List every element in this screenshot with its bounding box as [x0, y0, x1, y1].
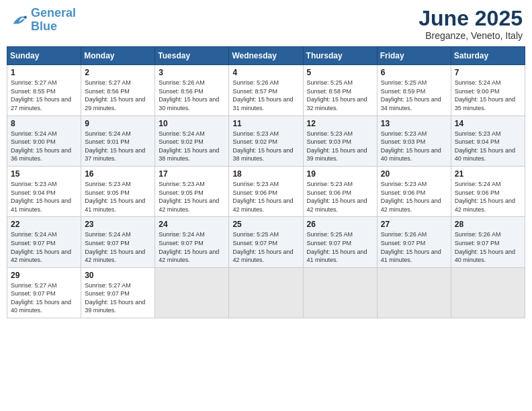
- day-info: Sunrise: 5:25 AM Sunset: 8:58 PM Dayligh…: [307, 79, 373, 112]
- col-monday: Monday: [81, 47, 155, 65]
- day-info: Sunrise: 5:23 AM Sunset: 9:03 PM Dayligh…: [307, 130, 373, 163]
- empty-cell: [451, 267, 525, 318]
- table-row: 27 Sunrise: 5:26 AM Sunset: 9:07 PM Dayl…: [377, 217, 451, 267]
- day-number: 21: [455, 169, 521, 179]
- day-info: Sunrise: 5:26 AM Sunset: 9:07 PM Dayligh…: [381, 230, 447, 264]
- day-number: 18: [232, 169, 299, 179]
- day-number: 5: [307, 68, 373, 77]
- empty-cell: [155, 267, 229, 318]
- day-info: Sunrise: 5:24 AM Sunset: 9:00 PM Dayligh…: [11, 130, 77, 163]
- day-number: 7: [455, 68, 521, 77]
- table-row: 30 Sunrise: 5:27 AM Sunset: 9:07 PM Dayl…: [81, 267, 155, 318]
- logo: General Blue: [9, 7, 76, 34]
- day-number: 9: [85, 119, 151, 128]
- day-info: Sunrise: 5:27 AM Sunset: 8:56 PM Dayligh…: [85, 79, 151, 112]
- empty-cell: [303, 267, 377, 318]
- logo-icon: [9, 11, 28, 30]
- table-row: 6 Sunrise: 5:25 AM Sunset: 8:59 PM Dayli…: [377, 65, 451, 116]
- logo-text2: Blue: [31, 20, 76, 34]
- day-info: Sunrise: 5:25 AM Sunset: 9:07 PM Dayligh…: [307, 230, 373, 264]
- day-info: Sunrise: 5:25 AM Sunset: 9:07 PM Dayligh…: [232, 230, 299, 264]
- day-info: Sunrise: 5:24 AM Sunset: 9:06 PM Dayligh…: [455, 180, 521, 214]
- calendar-row: 15 Sunrise: 5:23 AM Sunset: 9:04 PM Dayl…: [7, 166, 525, 216]
- day-info: Sunrise: 5:23 AM Sunset: 9:04 PM Dayligh…: [455, 130, 521, 163]
- day-info: Sunrise: 5:23 AM Sunset: 9:06 PM Dayligh…: [381, 180, 447, 214]
- day-number: 1: [11, 68, 77, 77]
- table-row: 28 Sunrise: 5:26 AM Sunset: 9:07 PM Dayl…: [451, 217, 525, 267]
- col-saturday: Saturday: [451, 47, 525, 65]
- day-number: 3: [159, 68, 225, 77]
- day-number: 28: [455, 220, 521, 229]
- calendar-row: 8 Sunrise: 5:24 AM Sunset: 9:00 PM Dayli…: [7, 116, 525, 166]
- table-row: 23 Sunrise: 5:24 AM Sunset: 9:07 PM Dayl…: [81, 217, 155, 267]
- day-number: 22: [11, 220, 77, 229]
- day-info: Sunrise: 5:27 AM Sunset: 9:07 PM Dayligh…: [11, 281, 77, 315]
- table-row: 20 Sunrise: 5:23 AM Sunset: 9:06 PM Dayl…: [377, 166, 451, 216]
- day-number: 30: [85, 271, 151, 280]
- table-row: 7 Sunrise: 5:24 AM Sunset: 9:00 PM Dayli…: [451, 65, 525, 116]
- calendar-table: Sunday Monday Tuesday Wednesday Thursday…: [7, 46, 525, 318]
- table-row: 11 Sunrise: 5:23 AM Sunset: 9:02 PM Dayl…: [229, 116, 303, 166]
- day-info: Sunrise: 5:23 AM Sunset: 9:05 PM Dayligh…: [85, 180, 151, 214]
- table-row: 17 Sunrise: 5:23 AM Sunset: 9:05 PM Dayl…: [155, 166, 229, 216]
- day-number: 14: [455, 119, 521, 128]
- table-row: 14 Sunrise: 5:23 AM Sunset: 9:04 PM Dayl…: [451, 116, 525, 166]
- calendar-row: 1 Sunrise: 5:27 AM Sunset: 8:55 PM Dayli…: [7, 65, 525, 116]
- day-number: 6: [381, 68, 447, 77]
- col-friday: Friday: [377, 47, 451, 65]
- table-row: 10 Sunrise: 5:24 AM Sunset: 9:02 PM Dayl…: [155, 116, 229, 166]
- col-sunday: Sunday: [7, 47, 81, 65]
- day-number: 19: [307, 169, 373, 179]
- day-info: Sunrise: 5:23 AM Sunset: 9:06 PM Dayligh…: [232, 180, 299, 214]
- day-number: 20: [381, 169, 447, 179]
- day-info: Sunrise: 5:23 AM Sunset: 9:04 PM Dayligh…: [11, 180, 77, 214]
- table-row: 4 Sunrise: 5:26 AM Sunset: 8:57 PM Dayli…: [229, 65, 303, 116]
- day-number: 17: [159, 169, 225, 179]
- table-row: 19 Sunrise: 5:23 AM Sunset: 9:06 PM Dayl…: [303, 166, 377, 216]
- title-area: June 2025 Breganze, Veneto, Italy: [418, 7, 523, 41]
- day-info: Sunrise: 5:26 AM Sunset: 8:57 PM Dayligh…: [232, 79, 299, 112]
- table-row: 21 Sunrise: 5:24 AM Sunset: 9:06 PM Dayl…: [451, 166, 525, 216]
- table-row: 2 Sunrise: 5:27 AM Sunset: 8:56 PM Dayli…: [81, 65, 155, 116]
- table-row: 9 Sunrise: 5:24 AM Sunset: 9:01 PM Dayli…: [81, 116, 155, 166]
- day-info: Sunrise: 5:23 AM Sunset: 9:06 PM Dayligh…: [307, 180, 373, 214]
- table-row: 1 Sunrise: 5:27 AM Sunset: 8:55 PM Dayli…: [7, 65, 81, 116]
- table-row: 22 Sunrise: 5:24 AM Sunset: 9:07 PM Dayl…: [7, 217, 81, 267]
- day-info: Sunrise: 5:24 AM Sunset: 9:02 PM Dayligh…: [159, 130, 225, 163]
- calendar-header-row: Sunday Monday Tuesday Wednesday Thursday…: [7, 47, 525, 65]
- table-row: 16 Sunrise: 5:23 AM Sunset: 9:05 PM Dayl…: [81, 166, 155, 216]
- day-info: Sunrise: 5:25 AM Sunset: 8:59 PM Dayligh…: [381, 79, 447, 112]
- empty-cell: [229, 267, 303, 318]
- day-info: Sunrise: 5:24 AM Sunset: 9:07 PM Dayligh…: [11, 230, 77, 264]
- day-info: Sunrise: 5:23 AM Sunset: 9:03 PM Dayligh…: [381, 130, 447, 163]
- calendar-row: 22 Sunrise: 5:24 AM Sunset: 9:07 PM Dayl…: [7, 217, 525, 267]
- page-header: General Blue June 2025 Breganze, Veneto,…: [7, 7, 525, 41]
- day-number: 13: [381, 119, 447, 128]
- day-number: 16: [85, 169, 151, 179]
- location: Breganze, Veneto, Italy: [418, 30, 523, 41]
- calendar-row: 29 Sunrise: 5:27 AM Sunset: 9:07 PM Dayl…: [7, 267, 525, 318]
- day-number: 23: [85, 220, 151, 229]
- day-info: Sunrise: 5:23 AM Sunset: 9:02 PM Dayligh…: [232, 130, 299, 163]
- col-wednesday: Wednesday: [229, 47, 303, 65]
- table-row: 5 Sunrise: 5:25 AM Sunset: 8:58 PM Dayli…: [303, 65, 377, 116]
- day-info: Sunrise: 5:24 AM Sunset: 9:00 PM Dayligh…: [455, 79, 521, 112]
- day-number: 2: [85, 68, 151, 77]
- day-info: Sunrise: 5:26 AM Sunset: 9:07 PM Dayligh…: [455, 230, 521, 264]
- table-row: 12 Sunrise: 5:23 AM Sunset: 9:03 PM Dayl…: [303, 116, 377, 166]
- day-info: Sunrise: 5:24 AM Sunset: 9:07 PM Dayligh…: [85, 230, 151, 264]
- day-number: 26: [307, 220, 373, 229]
- table-row: 25 Sunrise: 5:25 AM Sunset: 9:07 PM Dayl…: [229, 217, 303, 267]
- logo-text: General: [31, 7, 76, 20]
- day-number: 15: [11, 169, 77, 179]
- day-number: 4: [232, 68, 299, 77]
- table-row: 26 Sunrise: 5:25 AM Sunset: 9:07 PM Dayl…: [303, 217, 377, 267]
- table-row: 24 Sunrise: 5:24 AM Sunset: 9:07 PM Dayl…: [155, 217, 229, 267]
- day-info: Sunrise: 5:26 AM Sunset: 8:56 PM Dayligh…: [159, 79, 225, 112]
- day-info: Sunrise: 5:23 AM Sunset: 9:05 PM Dayligh…: [159, 180, 225, 214]
- col-tuesday: Tuesday: [155, 47, 229, 65]
- month-title: June 2025: [418, 7, 523, 30]
- day-info: Sunrise: 5:27 AM Sunset: 9:07 PM Dayligh…: [85, 281, 151, 315]
- table-row: 8 Sunrise: 5:24 AM Sunset: 9:00 PM Dayli…: [7, 116, 81, 166]
- empty-cell: [377, 267, 451, 318]
